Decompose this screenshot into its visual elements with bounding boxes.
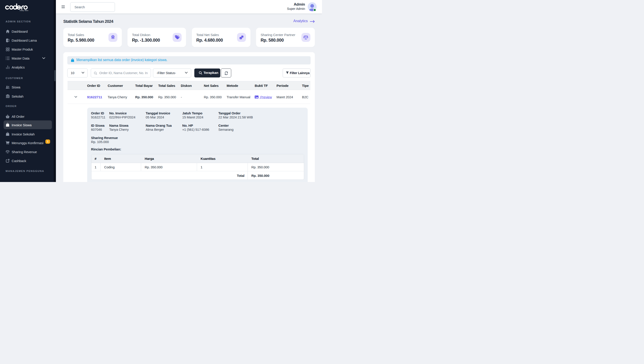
svg-text:$: $ bbox=[112, 35, 114, 38]
